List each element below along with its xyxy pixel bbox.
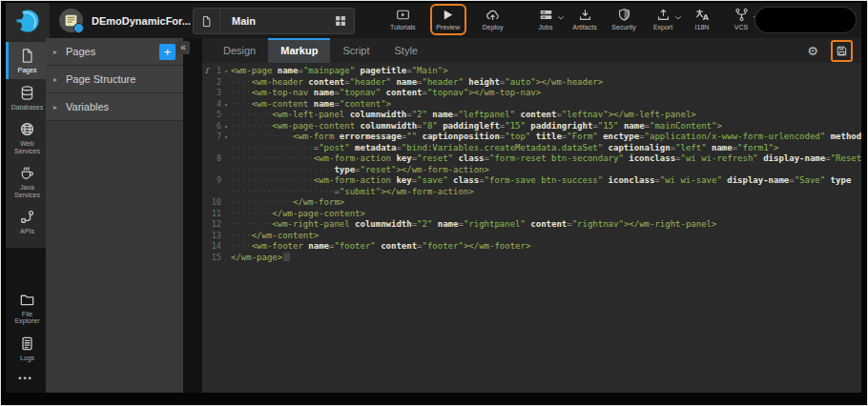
sidebar-item-label: Web Services [10,140,46,154]
toolbar-tutorials-button[interactable]: Tutorials [386,6,420,33]
code-token: "mainContent" [650,121,716,131]
panel-section-pages[interactable]: ▸Pages+ [46,38,183,66]
line-number: 14 [202,241,221,253]
toolbar-security-button[interactable]: Security [608,6,640,33]
panel-section-page-structure[interactable]: ▸Page Structure [46,66,183,93]
page-tab[interactable]: Main [193,8,355,34]
left-panel: ▸Pages+▸Page Structure▸Variables [46,38,183,393]
tab-design[interactable]: Design [211,38,268,63]
code-token: content [303,77,344,87]
editor-settings-gear-icon[interactable]: ⚙ [807,44,818,58]
fold-slot [221,175,231,187]
fold-toggle-icon[interactable]: ▾ [221,121,231,132]
code-token: "topnav" [427,88,468,97]
code-token: type [825,175,851,185]
wavemaker-logo[interactable] [6,3,50,38]
code-line: 12········<wm-right-panel columnwidth="2… [202,219,861,231]
sidebar-more-button[interactable]: ••• [6,366,46,393]
markup-code-editor[interactable]: 1▾f<wm-page name="mainpage" pagetitle="M… [202,63,861,393]
code-token: class [453,153,485,163]
cloud-upload-icon [486,8,500,22]
sidebar-item-java-services[interactable]: Java Services [6,159,46,203]
tab-style[interactable]: Style [382,38,430,63]
panel-section-variables[interactable]: ▸Variables [46,93,183,121]
toolbar-label: Export [653,24,672,31]
sidebar-item-logs[interactable]: Logs [6,330,46,367]
code-token: "leftnav" [562,110,609,119]
code-line: 10············</wm-form> [202,197,861,209]
code-token: "Save" [795,175,826,185]
indent-dots: ···· [231,99,252,109]
toolbar-artifacts-button[interactable]: Artifacts [568,6,601,33]
toolbar-preview-button[interactable]: Preview [432,6,465,33]
app-canvas: DEmoDynamicFor... Main TutorialsPreviewD… [0,0,868,406]
collapse-panel-button[interactable]: « [176,41,190,54]
code-token: enctype [598,132,639,141]
sidebar-item-label: Pages [10,67,46,74]
logs-icon [19,335,35,352]
indent-dots: ···· [231,231,252,240]
code-token: > [443,66,447,75]
panel-section-label: Page Structure [66,73,135,85]
sidebar-item-label: File Explorer [10,311,46,325]
code-token: "2" [417,219,432,229]
play-icon [441,8,455,22]
topbar-pill[interactable] [755,8,856,32]
code-token: "footer" [334,241,375,251]
line-number: 10 [202,197,221,209]
indent-dots: ···················· [231,187,334,196]
code-line: 1▾f<wm-page name="mainpage" pagetitle="M… [202,66,861,77]
fold-slot [221,77,231,89]
code-token: ></wm-right-panel> [624,219,717,229]
toolbar-deploy-button[interactable]: Deploy [477,6,509,33]
grid-icon[interactable] [334,14,347,28]
add-page-button[interactable]: + [159,44,176,60]
code-token: content [376,241,417,251]
code-token: "post" [319,143,350,152]
line-number: 15 [202,253,221,264]
code-line: 9················<wm-form-action key="sa… [202,175,861,187]
tab-markup[interactable]: Markup [268,38,330,63]
toolbar-i18n-button[interactable]: AI18N [686,6,718,33]
indent-dots: ········ [231,110,272,119]
code-token: ></wm-footer> [464,241,530,251]
fold-toggle-icon[interactable]: ▾ [221,66,231,77]
code-token: </wm-content> [252,231,319,240]
tab-script[interactable]: Script [330,38,382,63]
studio-window: DEmoDynamicFor... Main TutorialsPreviewD… [6,3,861,393]
sidebar-item-web-services[interactable]: Web Services [6,115,46,159]
toolbar-export-button[interactable]: Export [647,6,679,33]
code-token: <wm-form-action [314,153,391,163]
code-line: 2····<wm-header content="header" name="h… [202,77,861,89]
code-token: name [432,219,458,229]
sidebar-item-databases[interactable]: Databases [6,79,46,116]
floppy-save-icon [836,45,848,57]
upload-tray-icon [656,8,671,22]
indent-dots: ···· [231,241,252,251]
code-token: <wm-page [231,66,272,75]
fold-toggle-icon[interactable]: ▾ [221,99,231,111]
code-token: "reset" [360,165,396,174]
code-token: "rightpanel" [464,219,526,229]
code-token: captionposition [417,132,500,141]
sidebar-item-pages[interactable]: Pages [6,42,46,79]
indent-dots: ···················· [231,165,334,174]
fold-toggle-icon[interactable]: ▾ [221,132,231,143]
indent-dots: ···· [231,88,252,97]
sidebar-item-file-explorer[interactable]: File Explorer [6,286,46,330]
toolbar-jobs-button[interactable]: Jobs [529,6,562,33]
sidebar-item-apis[interactable]: APIs [6,203,46,240]
indent-dots: ········ [231,219,272,229]
code-token: ></wm-header> [536,77,603,87]
code-token: "footer" [423,241,464,251]
code-token: "leftpanel" [458,110,515,119]
code-token: <wm-form [293,132,334,141]
toolbar-label: Security [611,24,635,31]
indent-dots: ········ [231,209,272,218]
code-line: 4▾····<wm-content name="content"> [202,99,861,111]
indent-dots: ············ [231,197,293,207]
code-token: columnwidth [344,110,406,119]
toolbar-label: Jobs [539,24,553,31]
toolbar-vcs-button[interactable]: VCS [725,6,757,33]
save-button[interactable] [831,40,853,62]
